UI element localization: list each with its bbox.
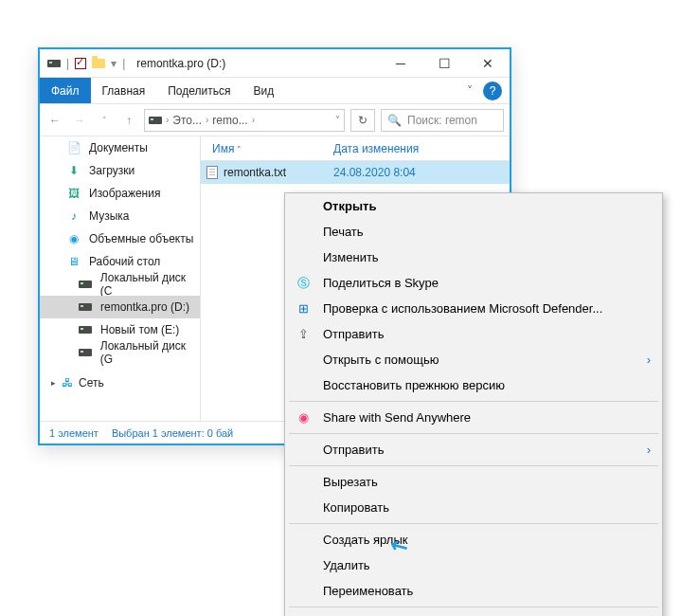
documents-icon: 📄 xyxy=(66,140,81,155)
nav-music[interactable]: ♪Музыка xyxy=(40,205,200,227)
nav-pictures[interactable]: 🖼Изображения xyxy=(40,182,200,205)
ctx-openwith[interactable]: Открыть с помощью› xyxy=(285,347,662,372)
submenu-arrow-icon: › xyxy=(647,443,651,457)
ctx-defender[interactable]: ⊞Проверка с использованием Microsoft Def… xyxy=(285,296,662,321)
nav-drive-selected[interactable]: remontka.pro (D:) xyxy=(40,296,200,318)
nav-tree: 📄Документы ⬇Загрузки 🖼Изображения ♪Музык… xyxy=(40,136,201,421)
expand-icon[interactable]: ▸ xyxy=(51,378,56,388)
chevron-right-icon: › xyxy=(252,115,255,125)
address-bar: ← → ˅ ↑ › Это... › remo... › ˅ ↻ 🔍 Поиск… xyxy=(40,104,510,136)
nav-downloads[interactable]: ⬇Загрузки xyxy=(40,159,200,182)
file-name: remontka.txt xyxy=(224,166,333,179)
downloads-icon: ⬇ xyxy=(66,163,81,178)
ctx-separator xyxy=(289,607,658,607)
maximize-button[interactable]: ☐ xyxy=(422,49,466,78)
ctx-sendto[interactable]: Отправить› xyxy=(285,437,662,462)
text-file-icon xyxy=(201,166,224,179)
folder-icon[interactable] xyxy=(92,59,105,68)
ribbon-tabs: Файл Главная Поделиться Вид ˅ ? xyxy=(40,78,510,104)
search-icon: 🔍 xyxy=(387,114,402,127)
chevron-right-icon: › xyxy=(206,115,208,125)
ctx-restore[interactable]: Восстановить прежнюю версию xyxy=(285,372,662,398)
ctx-shortcut[interactable]: Создать ярлык xyxy=(285,527,662,553)
desktop-icon: 🖥 xyxy=(66,254,81,269)
drive-icon xyxy=(78,299,93,315)
tab-file[interactable]: Файл xyxy=(40,78,91,103)
close-button[interactable]: ✕ xyxy=(466,49,510,78)
breadcrumb[interactable]: › Это... › remo... › ˅ xyxy=(144,109,345,132)
window-title: remontka.pro (D:) xyxy=(133,57,379,70)
col-name[interactable]: Имя xyxy=(201,142,333,155)
ctx-separator xyxy=(289,523,658,524)
qat-dropdown[interactable]: ▾ xyxy=(111,57,116,70)
file-row[interactable]: remontka.txt 24.08.2020 8:04 xyxy=(201,161,510,184)
network-icon: 🖧 xyxy=(62,376,73,390)
drive-icon xyxy=(78,277,93,292)
crumb-drive[interactable]: remo... xyxy=(212,114,247,127)
qat-separator: | xyxy=(66,57,69,70)
ctx-properties[interactable]: Свойства xyxy=(285,610,662,616)
qat-separator-2: | xyxy=(122,57,125,70)
forward-button[interactable]: → xyxy=(70,114,89,127)
ctx-print[interactable]: Печать xyxy=(285,219,662,245)
nav-disk-e[interactable]: Новый том (E:) xyxy=(40,318,200,341)
col-date[interactable]: Дата изменения xyxy=(333,142,510,155)
help-icon[interactable]: ? xyxy=(483,82,502,100)
drive-icon xyxy=(78,322,93,337)
ctx-separator xyxy=(289,465,658,466)
back-button[interactable]: ← xyxy=(45,114,64,127)
nav-desktop[interactable]: 🖥Рабочий стол xyxy=(40,250,200,273)
drive-icon xyxy=(149,117,162,124)
ctx-edit[interactable]: Изменить xyxy=(285,245,662,270)
window-buttons: ─ ☐ ✕ xyxy=(379,49,510,78)
quick-access-toolbar: | ▾ | xyxy=(40,57,133,70)
refresh-button[interactable]: ↻ xyxy=(350,109,375,132)
status-selected: Выбран 1 элемент: 0 бай xyxy=(112,427,233,439)
ctx-cut[interactable]: Вырезать xyxy=(285,469,662,495)
status-count: 1 элемент xyxy=(49,427,99,439)
recent-dropdown[interactable]: ˅ xyxy=(95,116,114,125)
search-input[interactable]: 🔍 Поиск: remon xyxy=(381,109,504,132)
nav-3dobjects[interactable]: ◉Объемные объекты xyxy=(40,227,200,250)
nav-network[interactable]: ▸🖧Сеть xyxy=(40,371,200,394)
nav-documents[interactable]: 📄Документы xyxy=(40,136,200,159)
sendanywhere-icon: ◉ xyxy=(295,409,312,426)
crumb-pc[interactable]: Это... xyxy=(172,114,202,127)
properties-icon[interactable] xyxy=(75,58,86,69)
column-headers: Имя Дата изменения xyxy=(201,136,510,161)
tab-share[interactable]: Поделиться xyxy=(156,78,242,103)
minimize-button[interactable]: ─ xyxy=(379,49,422,78)
drive-icon xyxy=(47,60,61,67)
ctx-share[interactable]: ⇪Отправить xyxy=(285,321,662,347)
share-icon: ⇪ xyxy=(295,326,312,343)
ctx-copy[interactable]: Копировать xyxy=(285,495,662,520)
tab-view[interactable]: Вид xyxy=(242,78,285,103)
ctx-delete[interactable]: Удалить xyxy=(285,553,662,578)
file-date: 24.08.2020 8:04 xyxy=(333,166,416,179)
chevron-right-icon: › xyxy=(166,115,169,125)
music-icon: ♪ xyxy=(66,208,81,224)
cube-icon: ◉ xyxy=(66,231,81,246)
ctx-sendanywhere[interactable]: ◉Share with Send Anywhere xyxy=(285,405,662,430)
up-button[interactable]: ↑ xyxy=(119,114,138,127)
tab-home[interactable]: Главная xyxy=(91,78,157,103)
expand-ribbon-icon[interactable]: ˅ xyxy=(457,84,483,98)
skype-icon: Ⓢ xyxy=(295,275,312,292)
submenu-arrow-icon: › xyxy=(647,353,651,367)
address-dropdown-icon[interactable]: ˅ xyxy=(335,115,340,125)
nav-disk-g[interactable]: Локальный диск (G xyxy=(40,341,200,364)
titlebar: | ▾ | remontka.pro (D:) ─ ☐ ✕ xyxy=(40,49,510,78)
ctx-rename[interactable]: Переименовать xyxy=(285,578,662,604)
context-menu: Открыть Печать Изменить ⓈПоделиться в Sk… xyxy=(284,192,663,616)
search-placeholder: Поиск: remon xyxy=(407,114,477,127)
drive-icon xyxy=(78,345,93,360)
ctx-open[interactable]: Открыть xyxy=(285,193,662,219)
ctx-separator xyxy=(289,401,658,402)
nav-disk-c[interactable]: Локальный диск (C xyxy=(40,273,200,296)
ctx-separator xyxy=(289,433,658,434)
pictures-icon: 🖼 xyxy=(66,186,81,201)
shield-icon: ⊞ xyxy=(295,300,312,317)
ctx-skype[interactable]: ⓈПоделиться в Skype xyxy=(285,270,662,296)
